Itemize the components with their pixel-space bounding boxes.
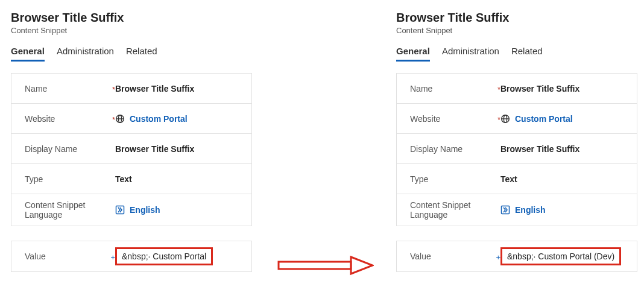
entity-subtitle: Content Snippet xyxy=(396,26,637,35)
tab-general[interactable]: General xyxy=(396,46,430,62)
record-panel-before: Browser Title Suffix Content Snippet Gen… xyxy=(11,11,252,272)
field-value-row[interactable]: Value + &nbsp;· Custom Portal (Dev) xyxy=(396,241,637,272)
language-link[interactable]: English xyxy=(515,205,546,215)
tab-related[interactable]: Related xyxy=(126,46,157,62)
field-label: Website xyxy=(410,114,440,124)
field-value-row[interactable]: Value + &nbsp;· Custom Portal xyxy=(11,241,252,272)
website-link[interactable]: Custom Portal xyxy=(515,114,573,124)
record-panel-after: Browser Title Suffix Content Snippet Gen… xyxy=(396,11,637,272)
tab-related[interactable]: Related xyxy=(511,46,543,62)
tab-bar: General Administration Related xyxy=(11,46,252,62)
field-label: Type xyxy=(410,174,428,184)
language-link[interactable]: English xyxy=(130,205,160,215)
arrow-icon xyxy=(277,255,374,276)
language-icon xyxy=(500,205,510,215)
tab-administration[interactable]: Administration xyxy=(57,46,114,62)
required-mark: * xyxy=(112,115,115,124)
field-name[interactable]: Name * Browser Title Suffix xyxy=(11,74,251,104)
entity-subtitle: Content Snippet xyxy=(11,26,252,35)
recommended-mark: + xyxy=(110,253,115,262)
field-label: Value xyxy=(25,252,46,261)
form-card: Name * Browser Title Suffix Website * Cu… xyxy=(396,73,637,226)
field-name[interactable]: Name * Browser Title Suffix xyxy=(397,74,637,104)
field-language[interactable]: Content Snippet Language English xyxy=(11,194,251,226)
tab-general[interactable]: General xyxy=(11,46,45,62)
field-display-name[interactable]: Display Name Browser Title Suffix xyxy=(11,134,251,164)
value-highlight: &nbsp;· Custom Portal (Dev) xyxy=(500,247,621,265)
field-value: Browser Title Suffix xyxy=(115,144,238,154)
website-link[interactable]: Custom Portal xyxy=(130,114,188,124)
field-value: Browser Title Suffix xyxy=(500,84,623,93)
required-mark: * xyxy=(497,115,500,124)
tab-bar: General Administration Related xyxy=(396,46,637,62)
field-label: Type xyxy=(25,174,43,184)
field-value: Browser Title Suffix xyxy=(500,144,623,154)
field-label: Name xyxy=(25,84,47,93)
field-value: Browser Title Suffix xyxy=(115,84,238,93)
recommended-mark: + xyxy=(496,253,500,262)
field-label: Content Snippet Language xyxy=(410,200,470,220)
field-website[interactable]: Website * Custom Portal xyxy=(11,104,251,134)
field-type[interactable]: Type Text xyxy=(11,164,251,194)
svg-marker-5 xyxy=(351,257,373,274)
globe-icon xyxy=(115,114,125,124)
field-value: Text xyxy=(500,174,623,184)
svg-rect-4 xyxy=(279,262,351,269)
field-website[interactable]: Website * Custom Portal xyxy=(397,104,637,134)
value-highlight: &nbsp;· Custom Portal xyxy=(115,247,213,265)
tab-administration[interactable]: Administration xyxy=(442,46,499,62)
field-label: Display Name xyxy=(25,144,77,154)
field-language[interactable]: Content Snippet Language English xyxy=(397,194,637,226)
page-title: Browser Title Suffix xyxy=(396,11,637,25)
field-value: Text xyxy=(115,174,238,184)
required-mark: * xyxy=(497,85,500,94)
field-label: Value xyxy=(410,252,431,261)
field-type[interactable]: Type Text xyxy=(397,164,637,194)
page-title: Browser Title Suffix xyxy=(11,11,252,25)
required-mark: * xyxy=(112,85,115,94)
field-label: Name xyxy=(410,84,432,93)
field-label: Content Snippet Language xyxy=(25,200,85,220)
form-card: Name * Browser Title Suffix Website * Cu… xyxy=(11,73,252,226)
globe-icon xyxy=(500,114,510,124)
field-label: Display Name xyxy=(410,144,462,154)
field-label: Website xyxy=(25,114,55,124)
field-display-name[interactable]: Display Name Browser Title Suffix xyxy=(397,134,637,164)
language-icon xyxy=(115,205,125,215)
